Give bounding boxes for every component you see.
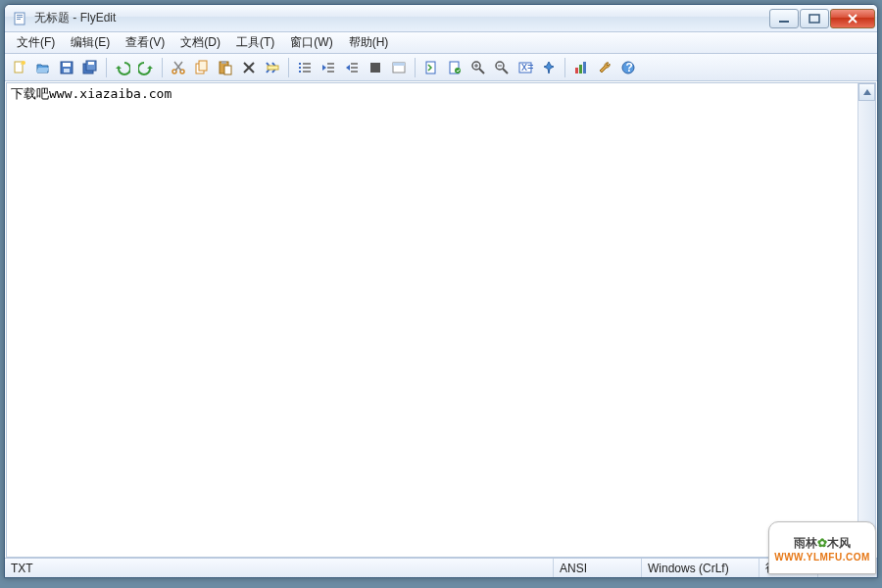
svg-rect-9 bbox=[63, 63, 71, 67]
separator bbox=[106, 58, 107, 77]
svg-rect-10 bbox=[64, 69, 70, 73]
window-controls bbox=[769, 9, 875, 28]
zoom-in-button[interactable] bbox=[467, 57, 489, 78]
saveall-button[interactable] bbox=[79, 57, 101, 78]
svg-rect-13 bbox=[88, 62, 94, 65]
minimize-button[interactable] bbox=[769, 9, 799, 28]
separator bbox=[162, 58, 163, 77]
svg-rect-33 bbox=[351, 71, 358, 73]
svg-rect-25 bbox=[303, 63, 311, 65]
new-button[interactable] bbox=[9, 57, 30, 78]
script1-button[interactable] bbox=[420, 57, 442, 78]
scroll-up-button[interactable] bbox=[858, 83, 875, 101]
svg-rect-2 bbox=[17, 17, 23, 18]
app-window: 无标题 - FlyEdit 文件(F) 编辑(E) 查看(V) 文档(D) 工具… bbox=[4, 4, 878, 578]
cut-button[interactable] bbox=[168, 57, 189, 78]
window-button[interactable] bbox=[388, 57, 410, 78]
app-icon bbox=[13, 11, 28, 26]
close-button[interactable] bbox=[830, 9, 875, 28]
svg-rect-19 bbox=[221, 61, 226, 64]
maximize-button[interactable] bbox=[800, 9, 829, 28]
watermark-line1: 雨林✿木风 bbox=[794, 534, 851, 552]
svg-rect-28 bbox=[327, 63, 334, 65]
svg-rect-36 bbox=[393, 63, 405, 66]
watermark-badge: 雨林✿木风 WWW.YLMFU.COM bbox=[768, 521, 876, 574]
undo-button[interactable] bbox=[112, 57, 133, 78]
svg-rect-30 bbox=[327, 71, 334, 73]
svg-rect-20 bbox=[224, 66, 231, 74]
status-lineending: Windows (CrLf) bbox=[642, 559, 760, 577]
vertical-scrollbar[interactable] bbox=[858, 83, 875, 557]
status-encoding: ANSI bbox=[554, 559, 642, 577]
help-button[interactable]: ? bbox=[617, 57, 639, 78]
svg-rect-46 bbox=[583, 62, 586, 74]
unindent-button[interactable] bbox=[318, 57, 339, 78]
svg-rect-4 bbox=[779, 21, 789, 23]
copy-button[interactable] bbox=[191, 57, 213, 78]
block-button[interactable] bbox=[365, 57, 386, 78]
svg-rect-3 bbox=[17, 19, 21, 20]
svg-rect-31 bbox=[351, 63, 358, 65]
svg-rect-34 bbox=[370, 63, 380, 73]
chart-button[interactable] bbox=[570, 57, 592, 78]
menu-help[interactable]: 帮助(H) bbox=[341, 32, 397, 53]
save-button[interactable] bbox=[56, 57, 77, 78]
zoom-out-button[interactable] bbox=[491, 57, 513, 78]
separator bbox=[564, 58, 565, 77]
wrench-button[interactable] bbox=[594, 57, 615, 78]
svg-rect-17 bbox=[199, 61, 207, 71]
status-filetype: TXT bbox=[5, 559, 554, 577]
vars-button[interactable]: x= bbox=[514, 57, 536, 78]
editor-area: 下载吧www.xiazaiba.com bbox=[6, 82, 876, 558]
delete-button[interactable] bbox=[238, 57, 260, 78]
watermark-line2: WWW.YLMFU.COM bbox=[774, 552, 870, 563]
svg-rect-21 bbox=[268, 66, 278, 70]
svg-point-39 bbox=[455, 68, 461, 74]
svg-rect-24 bbox=[299, 71, 301, 73]
toolbar: x= ? bbox=[5, 54, 877, 81]
svg-rect-27 bbox=[303, 71, 311, 73]
pin-button[interactable] bbox=[538, 57, 560, 78]
list-button[interactable] bbox=[294, 57, 316, 78]
svg-rect-1 bbox=[17, 15, 23, 16]
paste-button[interactable] bbox=[215, 57, 236, 78]
menubar: 文件(F) 编辑(E) 查看(V) 文档(D) 工具(T) 窗口(W) 帮助(H… bbox=[5, 32, 877, 54]
menu-window[interactable]: 窗口(W) bbox=[282, 32, 340, 53]
separator bbox=[415, 58, 416, 77]
text-editor[interactable]: 下载吧www.xiazaiba.com bbox=[7, 83, 858, 557]
svg-rect-22 bbox=[299, 63, 301, 65]
titlebar[interactable]: 无标题 - FlyEdit bbox=[5, 5, 877, 32]
menu-tools[interactable]: 工具(T) bbox=[228, 32, 282, 53]
menu-edit[interactable]: 编辑(E) bbox=[63, 32, 118, 53]
separator bbox=[288, 58, 289, 77]
redo-button[interactable] bbox=[135, 57, 157, 78]
svg-rect-45 bbox=[579, 65, 582, 74]
svg-point-7 bbox=[22, 61, 25, 65]
svg-rect-26 bbox=[303, 67, 311, 69]
menu-file[interactable]: 文件(F) bbox=[9, 32, 63, 53]
script2-button[interactable] bbox=[444, 57, 466, 78]
menu-document[interactable]: 文档(D) bbox=[172, 32, 228, 53]
svg-rect-23 bbox=[299, 67, 301, 69]
find-button[interactable] bbox=[262, 57, 283, 78]
svg-text:x=: x= bbox=[521, 60, 533, 74]
svg-rect-44 bbox=[575, 68, 578, 74]
window-title: 无标题 - FlyEdit bbox=[34, 10, 769, 26]
svg-rect-32 bbox=[351, 67, 358, 69]
svg-rect-29 bbox=[327, 67, 334, 69]
svg-rect-5 bbox=[809, 15, 819, 23]
open-button[interactable] bbox=[32, 57, 54, 78]
statusbar: TXT ANSI Windows (CrLf) 行 1 列 20 bbox=[5, 558, 877, 577]
svg-text:?: ? bbox=[626, 61, 633, 74]
indent-button[interactable] bbox=[341, 57, 363, 78]
menu-view[interactable]: 查看(V) bbox=[118, 32, 172, 53]
